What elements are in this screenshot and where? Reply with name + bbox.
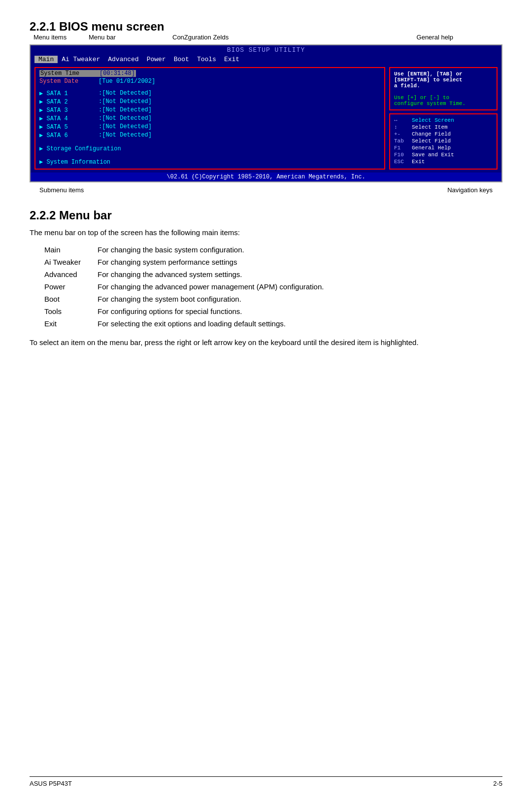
nav-desc-select-field: Select Field: [412, 138, 451, 144]
bios-menubar: Main Ai Tweaker Advanced Power Boot Tool…: [31, 55, 501, 64]
table-row: Main For changing the basic system confi…: [30, 244, 502, 256]
ann-general-help: General help: [417, 34, 453, 41]
sata6-label[interactable]: ▶ SATA 6: [39, 132, 99, 139]
nav-desc-select-item: Select Item: [412, 124, 448, 130]
menu-desc-tools: For configuring options for special func…: [94, 305, 502, 317]
bios-menu-aitweaker[interactable]: Ai Tweaker: [58, 56, 104, 63]
nav-save-exit: F10 Save and Exit: [394, 152, 493, 158]
sata1-row: ▶ SATA 1 :[Not Detected]: [39, 90, 380, 97]
table-row: Tools For configuring options for specia…: [30, 305, 502, 317]
nav-key-plusminus: +-: [394, 131, 409, 137]
nav-desc-esc: Exit: [412, 159, 425, 165]
system-time-label: System Time: [39, 70, 99, 77]
bios-menu-advanced[interactable]: Advanced: [104, 56, 142, 63]
menu-name-tools: Tools: [30, 305, 94, 317]
ann-submenu-items: Submenu items: [39, 186, 84, 194]
bios-content: System Time [00:31:48] System Date [Tue …: [31, 64, 501, 173]
nav-change-field: +- Change Field: [394, 131, 493, 137]
nav-key-f1: F1: [394, 145, 409, 151]
menu-name-main: Main: [30, 244, 94, 256]
nav-key-updown: ↕: [394, 124, 409, 130]
bios-help-box: Use [ENTER], [TAB] or[SHIFT-TAB] to sele…: [389, 67, 498, 110]
sata2-label[interactable]: ▶ SATA 2: [39, 98, 99, 105]
nav-desc-select-screen: Select Screen: [412, 117, 454, 123]
table-row: Power For changing the advanced power ma…: [30, 280, 502, 293]
menu-desc-power: For changing the advanced power manageme…: [94, 280, 502, 293]
menu-name-boot: Boot: [30, 293, 94, 305]
ann-navigation-keys: Navigation keys: [447, 186, 493, 194]
section-222-intro: The menu bar on top of the screen has th…: [30, 228, 502, 237]
bios-titlebar: BIOS SETUP UTILITY: [31, 45, 501, 55]
page-footer: ASUS P5P43T 2-5: [30, 776, 502, 787]
nav-select-field: Tab Select Field: [394, 138, 493, 144]
menu-desc-advanced: For changing the advanced system setting…: [94, 268, 502, 280]
menu-desc-exit: For selecting the exit options and loadi…: [94, 317, 502, 330]
footer-left: ASUS P5P43T: [30, 780, 72, 787]
sata6-row: ▶ SATA 6 :[Not Detected]: [39, 132, 380, 139]
bios-right-panel: Use [ENTER], [TAB] or[SHIFT-TAB] to sele…: [389, 67, 498, 170]
bios-menu-boot[interactable]: Boot: [170, 56, 193, 63]
sata3-row: ▶ SATA 3 :[Not Detected]: [39, 106, 380, 114]
annotations-top: Menu items Menu bar ConZguration Zelds G…: [30, 34, 502, 43]
ann-config-fields: ConZguration Zelds: [172, 34, 229, 41]
bios-menu-tools[interactable]: Tools: [193, 56, 220, 63]
annotations-bottom: Submenu items Navigation keys: [30, 186, 502, 194]
nav-key-esc: ESC: [394, 159, 409, 165]
menu-desc-main: For changing the basic system configurat…: [94, 244, 502, 256]
nav-key-f10: F10: [394, 152, 409, 158]
sata3-value: :[Not Detected]: [99, 106, 152, 114]
menu-desc-boot: For changing the system boot configurati…: [94, 293, 502, 305]
nav-select-screen: ↔ Select Screen: [394, 117, 493, 123]
table-row: Ai Tweaker For changing system performan…: [30, 256, 502, 268]
menu-bar-table: Main For changing the basic system confi…: [30, 244, 502, 330]
bios-screen: BIOS SETUP UTILITY Main Ai Tweaker Advan…: [30, 44, 502, 182]
menu-desc-aitweaker: For changing system performance settings: [94, 256, 502, 268]
sata4-label[interactable]: ▶ SATA 4: [39, 115, 99, 122]
bios-footer: \02.61 (C)Copyright 1985-2010, American …: [31, 173, 501, 181]
system-date-value[interactable]: [Tue 01/01/2002]: [99, 78, 155, 85]
nav-esc-exit: ESC Exit: [394, 159, 493, 165]
section-222: 2.2.2 Menu bar The menu bar on top of th…: [30, 209, 502, 349]
nav-key-tab: Tab: [394, 138, 409, 144]
system-time-value[interactable]: [00:31:48]: [99, 70, 136, 77]
sata5-label[interactable]: ▶ SATA 5: [39, 123, 99, 131]
nav-desc-general-help: General Help: [412, 145, 451, 151]
storage-config-item[interactable]: ▶ Storage Configuration: [39, 145, 380, 152]
sata4-row: ▶ SATA 4 :[Not Detected]: [39, 115, 380, 122]
sata1-label[interactable]: ▶ SATA 1: [39, 90, 99, 97]
nav-desc-change-field: Change Field: [412, 131, 451, 137]
table-row: Boot For changing the system boot config…: [30, 293, 502, 305]
nav-general-help: F1 General Help: [394, 145, 493, 151]
table-row: Exit For selecting the exit options and …: [30, 317, 502, 330]
bios-left-panel: System Time [00:31:48] System Date [Tue …: [34, 67, 385, 170]
bios-menu-exit[interactable]: Exit: [220, 56, 243, 63]
system-info-item[interactable]: ▶ System Information: [39, 158, 380, 166]
system-date-label: System Date: [39, 78, 99, 85]
nav-desc-save-exit: Save and Exit: [412, 152, 454, 158]
section-222-closing: To select an item on the menu bar, press…: [30, 337, 502, 349]
help-text-1: Use [ENTER], [TAB] or[SHIFT-TAB] to sele…: [394, 71, 493, 89]
sata5-row: ▶ SATA 5 :[Not Detected]: [39, 123, 380, 131]
section-222-title: 2.2.2 Menu bar: [30, 209, 502, 222]
ann-menu-bar: Menu bar: [89, 34, 116, 41]
ann-menu-items: Menu items: [33, 34, 66, 41]
sata3-label[interactable]: ▶ SATA 3: [39, 106, 99, 114]
section-221-title: 2.2.1 BIOS menu screen: [30, 20, 502, 34]
menu-name-aitweaker: Ai Tweaker: [30, 256, 94, 268]
help-text-2: Use [+] or [-] toconfigure system Time.: [394, 95, 493, 106]
bios-menu-main[interactable]: Main: [34, 56, 58, 63]
nav-key-arrows: ↔: [394, 117, 409, 123]
menu-name-advanced: Advanced: [30, 268, 94, 280]
menu-name-power: Power: [30, 280, 94, 293]
system-time-row: System Time [00:31:48]: [39, 70, 380, 77]
bios-menu-power[interactable]: Power: [143, 56, 170, 63]
system-date-row: System Date [Tue 01/01/2002]: [39, 78, 380, 85]
bios-nav-box: ↔ Select Screen ↕ Select Item +- Change …: [389, 113, 498, 170]
sata6-value: :[Not Detected]: [99, 132, 152, 139]
sata2-value: :[Not Detected]: [99, 98, 152, 105]
footer-right: 2-5: [493, 780, 502, 787]
nav-select-item: ↕ Select Item: [394, 124, 493, 130]
sata5-value: :[Not Detected]: [99, 123, 152, 131]
table-row: Advanced For changing the advanced syste…: [30, 268, 502, 280]
sata1-value: :[Not Detected]: [99, 90, 152, 97]
